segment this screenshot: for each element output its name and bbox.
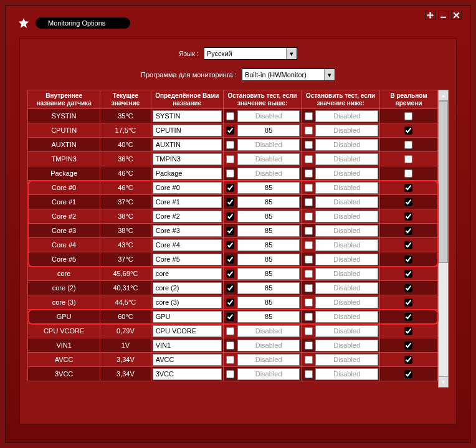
stop-below-value[interactable]: Disabled: [315, 153, 378, 165]
stop-below-checkbox[interactable]: [305, 370, 313, 378]
stop-below-checkbox[interactable]: [305, 313, 313, 321]
stop-above-value[interactable]: 85: [237, 268, 300, 280]
stop-below-value[interactable]: Disabled: [315, 110, 378, 122]
stop-below-checkbox[interactable]: [305, 270, 313, 278]
realtime-checkbox[interactable]: [404, 327, 412, 335]
custom-name-input[interactable]: [153, 297, 222, 308]
stop-below-value[interactable]: Disabled: [315, 196, 378, 208]
custom-name-input[interactable]: [153, 110, 222, 122]
stop-above-value[interactable]: 85: [237, 196, 300, 208]
stop-above-checkbox[interactable]: [226, 155, 234, 163]
stop-above-checkbox[interactable]: [226, 212, 234, 221]
stop-below-checkbox[interactable]: [305, 241, 313, 249]
realtime-checkbox[interactable]: [404, 356, 412, 364]
stop-below-value[interactable]: Disabled: [315, 254, 378, 265]
realtime-checkbox[interactable]: [404, 241, 412, 249]
realtime-checkbox[interactable]: [404, 270, 412, 278]
custom-name-input[interactable]: [153, 182, 222, 194]
stop-above-value[interactable]: Disabled: [237, 354, 300, 366]
stop-below-checkbox[interactable]: [305, 227, 313, 235]
stop-above-value[interactable]: Disabled: [237, 325, 300, 337]
stop-above-checkbox[interactable]: [226, 341, 234, 350]
stop-above-checkbox[interactable]: [226, 313, 234, 321]
stop-above-value[interactable]: Disabled: [237, 153, 300, 165]
scroll-up-icon[interactable]: ▴: [439, 90, 448, 101]
realtime-checkbox[interactable]: [404, 126, 412, 135]
scroll-track[interactable]: [439, 101, 448, 376]
stop-above-checkbox[interactable]: [226, 370, 234, 378]
stop-below-checkbox[interactable]: [305, 126, 313, 135]
stop-above-checkbox[interactable]: [226, 255, 234, 264]
stop-above-value[interactable]: Disabled: [237, 368, 300, 380]
custom-name-input[interactable]: [153, 225, 222, 237]
stop-below-value[interactable]: Disabled: [315, 225, 378, 237]
stop-above-checkbox[interactable]: [226, 198, 234, 206]
custom-name-input[interactable]: [153, 125, 222, 136]
custom-name-input[interactable]: [153, 311, 222, 323]
program-select[interactable]: Built-in (HWMonitor) ▾: [242, 69, 335, 81]
stop-below-checkbox[interactable]: [305, 141, 313, 149]
minimize-button[interactable]: [438, 11, 449, 20]
custom-name-input[interactable]: [153, 340, 222, 351]
stop-below-value[interactable]: Disabled: [315, 354, 378, 366]
stop-above-value[interactable]: 85: [237, 125, 300, 136]
stop-below-checkbox[interactable]: [305, 356, 313, 364]
stop-below-value[interactable]: Disabled: [315, 282, 378, 294]
custom-name-input[interactable]: [153, 211, 222, 222]
custom-name-input[interactable]: [153, 239, 222, 251]
scrollbar[interactable]: ▴ ▾: [438, 90, 449, 388]
stop-above-value[interactable]: Disabled: [237, 168, 300, 179]
stop-below-value[interactable]: Disabled: [315, 125, 378, 136]
stop-above-checkbox[interactable]: [226, 184, 234, 192]
stop-above-checkbox[interactable]: [226, 356, 234, 364]
stop-below-checkbox[interactable]: [305, 298, 313, 307]
stop-below-value[interactable]: Disabled: [315, 239, 378, 251]
close-button[interactable]: [451, 11, 462, 20]
stop-above-checkbox[interactable]: [226, 298, 234, 307]
stop-above-checkbox[interactable]: [226, 112, 234, 120]
custom-name-input[interactable]: [153, 268, 222, 280]
stop-below-checkbox[interactable]: [305, 169, 313, 178]
stop-above-checkbox[interactable]: [226, 126, 234, 135]
realtime-checkbox[interactable]: [404, 284, 412, 292]
stop-below-value[interactable]: Disabled: [315, 139, 378, 151]
custom-name-input[interactable]: [153, 139, 222, 151]
stop-above-value[interactable]: 85: [237, 182, 300, 194]
realtime-checkbox[interactable]: [404, 212, 412, 221]
stop-below-value[interactable]: Disabled: [315, 211, 378, 222]
realtime-checkbox[interactable]: [404, 155, 412, 163]
stop-below-checkbox[interactable]: [305, 212, 313, 221]
custom-name-input[interactable]: [153, 354, 222, 366]
stop-below-checkbox[interactable]: [305, 284, 313, 292]
stop-above-value[interactable]: 85: [237, 311, 300, 323]
stop-above-checkbox[interactable]: [226, 141, 234, 149]
realtime-checkbox[interactable]: [404, 255, 412, 264]
stop-below-value[interactable]: Disabled: [315, 368, 378, 380]
stop-below-checkbox[interactable]: [305, 255, 313, 264]
custom-name-input[interactable]: [153, 153, 222, 165]
scroll-down-icon[interactable]: ▾: [439, 376, 448, 387]
stop-below-checkbox[interactable]: [305, 184, 313, 192]
custom-name-input[interactable]: [153, 282, 222, 294]
realtime-checkbox[interactable]: [404, 112, 412, 120]
stop-above-value[interactable]: 85: [237, 297, 300, 308]
stop-above-value[interactable]: 85: [237, 225, 300, 237]
custom-name-input[interactable]: [153, 368, 222, 380]
stop-above-value[interactable]: 85: [237, 211, 300, 222]
stop-below-checkbox[interactable]: [305, 198, 313, 206]
stop-below-value[interactable]: Disabled: [315, 168, 378, 179]
stop-below-checkbox[interactable]: [305, 327, 313, 335]
stop-above-checkbox[interactable]: [226, 169, 234, 178]
stop-below-checkbox[interactable]: [305, 341, 313, 350]
stop-below-value[interactable]: Disabled: [315, 297, 378, 308]
realtime-checkbox[interactable]: [404, 313, 412, 321]
stop-below-value[interactable]: Disabled: [315, 340, 378, 351]
stop-above-value[interactable]: 85: [237, 254, 300, 265]
realtime-checkbox[interactable]: [404, 298, 412, 307]
realtime-checkbox[interactable]: [404, 227, 412, 235]
stop-above-value[interactable]: Disabled: [237, 110, 300, 122]
stop-above-value[interactable]: Disabled: [237, 340, 300, 351]
custom-name-input[interactable]: [153, 254, 222, 265]
stop-below-value[interactable]: Disabled: [315, 311, 378, 323]
stop-below-checkbox[interactable]: [305, 155, 313, 163]
